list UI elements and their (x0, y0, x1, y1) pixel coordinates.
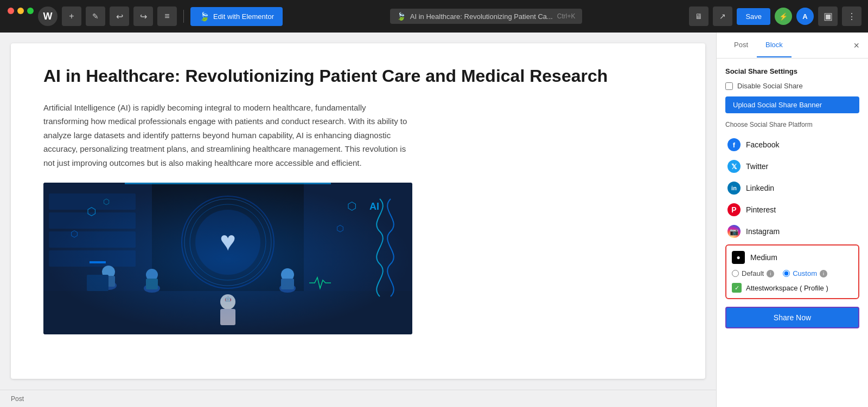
medium-block: ● Medium Default i Custom i (725, 244, 859, 299)
platform-section-title: Choose Social Share Platform (725, 121, 859, 128)
disable-social-share-label: Disable Social Share (737, 82, 803, 90)
default-radio-option[interactable]: Default i (732, 269, 774, 277)
platform-item-facebook[interactable]: f Facebook (725, 134, 859, 156)
sidebar-tabs: Post Block (725, 33, 792, 57)
linkedin-icon: in (727, 182, 741, 195)
disable-social-share-row: Disable Social Share (725, 82, 859, 90)
medium-row: ● Medium (732, 251, 853, 264)
redo-button[interactable]: ↪ (133, 7, 153, 26)
twitter-label: Twitter (746, 162, 768, 171)
sidebar-close-button[interactable]: × (853, 41, 859, 50)
external-link-button[interactable]: ↗ (713, 7, 732, 26)
bottom-bar: Post (0, 390, 716, 407)
platform-item-linkedin[interactable]: in Linkedin (725, 177, 859, 199)
save-button[interactable]: Save (737, 8, 770, 25)
default-info-icon[interactable]: i (767, 270, 774, 277)
platform-item-pinterest[interactable]: P Pinterest (725, 199, 859, 221)
elementor-icon: 🍃 (199, 11, 210, 22)
wp-logo-button[interactable]: W (38, 7, 58, 26)
pinterest-label: Pinterest (746, 205, 776, 214)
settings-toggle-button[interactable]: ▣ (818, 7, 838, 26)
url-bar[interactable]: 🍃 AI in Healthcare: Revolutionizing Pati… (390, 9, 582, 24)
device-preview-button[interactable]: 🖥 (689, 7, 709, 26)
facebook-icon: f (727, 138, 741, 151)
tab-post[interactable]: Post (725, 33, 757, 57)
list-view-button[interactable]: ≡ (157, 7, 177, 26)
undo-button[interactable]: ↩ (110, 7, 129, 26)
profile-row: ✓ Attestworkspace ( Profile ) (732, 283, 853, 293)
custom-info-icon[interactable]: i (820, 270, 827, 277)
page-canvas: AI in Healthcare: Revolutionizing Patien… (11, 43, 705, 379)
add-block-button[interactable]: + (62, 7, 81, 26)
toolbar-divider (183, 10, 184, 23)
share-now-button[interactable]: Share Now (725, 307, 859, 328)
custom-radio-input[interactable] (783, 270, 790, 277)
tab-block[interactable]: Block (757, 33, 792, 57)
twitter-icon: 𝕏 (727, 160, 741, 173)
article-image: ♥ (43, 183, 412, 334)
article-body: Artificial Intelligence (AI) is rapidly … (43, 101, 412, 170)
url-leaf-icon: 🍃 (397, 12, 406, 21)
article-title: AI in Healthcare: Revolutionizing Patien… (43, 65, 673, 88)
platform-item-twitter[interactable]: 𝕏 Twitter (725, 156, 859, 177)
user-avatar[interactable]: A (796, 8, 814, 25)
sidebar-header: Post Block × (717, 33, 868, 59)
more-options-button[interactable]: ⋮ (842, 7, 861, 26)
image-overlay (43, 183, 412, 334)
social-share-section-title: Social Share Settings (725, 67, 859, 75)
disable-social-share-checkbox[interactable] (725, 82, 733, 90)
instagram-label: Instagram (746, 227, 780, 236)
facebook-label: Facebook (746, 140, 779, 149)
profile-check-icon: ✓ (732, 283, 742, 293)
lightning-avatar[interactable]: ⚡ (775, 8, 792, 25)
right-sidebar: Post Block × Social Share Settings Disab… (716, 33, 868, 407)
profile-name-label: Attestworkspace ( Profile ) (746, 284, 828, 292)
edit-with-elementor-button[interactable]: 🍃 Edit with Elementor (190, 7, 283, 26)
medium-label: Medium (750, 253, 777, 262)
default-radio-input[interactable] (732, 270, 739, 277)
sidebar-content: Social Share Settings Disable Social Sha… (717, 59, 868, 407)
upload-social-share-banner-button[interactable]: Upload Social Share Banner (725, 96, 859, 113)
linkedin-label: Linkedin (746, 184, 774, 192)
edit-pen-button[interactable]: ✎ (86, 7, 105, 26)
instagram-icon: 📷 (727, 225, 741, 238)
medium-icon: ● (732, 251, 745, 264)
pinterest-icon: P (727, 203, 741, 216)
medium-radio-options: Default i Custom i (732, 269, 853, 277)
custom-radio-option[interactable]: Custom i (783, 269, 827, 277)
platform-item-instagram[interactable]: 📷 Instagram (725, 221, 859, 242)
